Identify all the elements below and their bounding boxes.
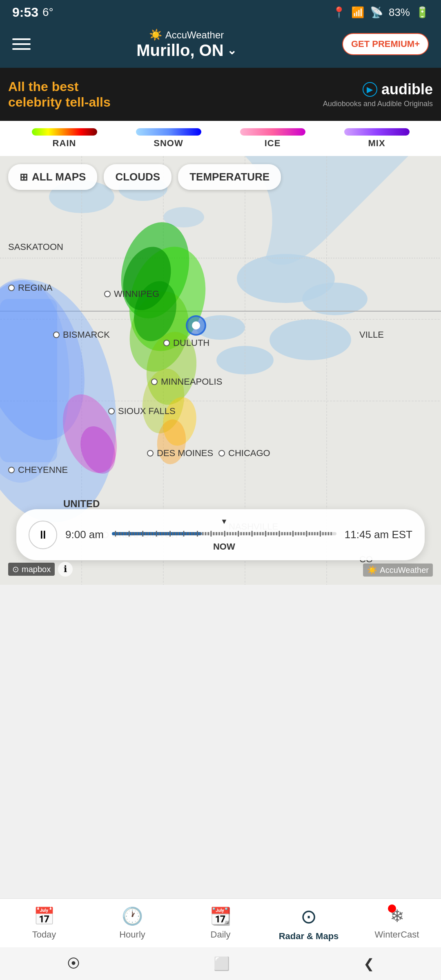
bottom-nav: 📅 Today 🕐 Hourly 📆 Daily ⊙ Radar & Maps … bbox=[0, 898, 441, 947]
city-dot bbox=[8, 285, 15, 291]
time-start: 9:00 am bbox=[65, 528, 104, 541]
timeline-marker: ▼ bbox=[220, 517, 228, 526]
app-name: AccuWeather bbox=[165, 29, 224, 41]
status-temperature: 6° bbox=[42, 6, 53, 19]
city-dot bbox=[8, 467, 15, 473]
legend-ice: ICE bbox=[240, 128, 305, 149]
ice-gradient bbox=[240, 128, 305, 136]
city-minneapolis: MINNEAPOLIS bbox=[151, 376, 222, 387]
city-regina: REGINA bbox=[8, 283, 52, 293]
ad-banner: All the best celebrity tell-alls ▶ audib… bbox=[0, 68, 441, 121]
svg-point-3 bbox=[302, 283, 368, 315]
nav-radar-label: Radar & Maps bbox=[279, 931, 339, 942]
legend-mix: MIX bbox=[344, 128, 410, 149]
all-maps-button[interactable]: ⊞ ALL MAPS bbox=[8, 164, 97, 190]
city-dot bbox=[151, 379, 158, 385]
location-selector[interactable]: Murillo, ON ⌄ bbox=[136, 41, 236, 60]
current-location-pin bbox=[186, 315, 206, 336]
nav-daily-label: Daily bbox=[211, 929, 231, 940]
nav-wintercast-label: WinterCast bbox=[375, 929, 419, 940]
rain-label: RAIN bbox=[53, 138, 76, 149]
location-text: Murillo, ON bbox=[136, 41, 223, 60]
all-maps-label: ALL MAPS bbox=[32, 171, 86, 183]
city-cheyenne: CHEYENNE bbox=[8, 465, 68, 475]
svg-point-4 bbox=[270, 319, 351, 360]
play-circle-icon: ⊙ bbox=[12, 564, 19, 574]
mapbox-logo: ⊙ mapbox bbox=[8, 563, 55, 576]
city-winnipeg: WINNIPEG bbox=[104, 289, 159, 299]
hamburger-menu[interactable] bbox=[12, 38, 31, 50]
timeline[interactable]: ▼ NOW bbox=[112, 517, 336, 552]
ticks-svg bbox=[113, 528, 336, 540]
home-button[interactable]: ⬜ bbox=[214, 956, 230, 971]
city-bismarck: BISMARCK bbox=[53, 330, 110, 340]
city-dot bbox=[104, 291, 111, 297]
info-icon[interactable]: ℹ bbox=[58, 562, 73, 577]
mix-gradient bbox=[344, 128, 410, 136]
ad-content: All the best celebrity tell-alls bbox=[8, 79, 315, 110]
audible-sub: Audiobooks and Audible Originals bbox=[323, 100, 433, 108]
city-des-moines: DES MOINES bbox=[147, 448, 213, 459]
city-dot bbox=[163, 340, 170, 346]
today-icon: 📅 bbox=[33, 906, 55, 926]
nav-daily[interactable]: 📆 Daily bbox=[176, 906, 265, 940]
city-dot bbox=[108, 408, 115, 414]
ice-label: ICE bbox=[265, 138, 281, 149]
chevron-down-icon: ⌄ bbox=[227, 44, 236, 57]
city-sioux-falls: SIOUX FALLS bbox=[108, 406, 176, 416]
playback-control: ⏸ 9:00 am ▼ NOW 11:45 am EST bbox=[16, 509, 425, 560]
play-icon: ▶ bbox=[363, 82, 377, 97]
clouds-label: CLOUDS bbox=[115, 171, 160, 183]
hourly-icon: 🕐 bbox=[122, 906, 143, 926]
temperature-label: TEMPERATURE bbox=[189, 171, 270, 183]
nav-today[interactable]: 📅 Today bbox=[0, 906, 88, 940]
time-end: 11:45 am EST bbox=[345, 528, 412, 541]
accu-sun-icon: ☀️ bbox=[367, 565, 377, 575]
back-button[interactable]: ❮ bbox=[363, 956, 374, 971]
battery-level: 83% bbox=[389, 6, 410, 19]
app-header: ☀️ AccuWeather Murillo, ON ⌄ GET PREMIUM… bbox=[0, 24, 441, 68]
map-area[interactable]: ⊞ ALL MAPS CLOUDS TEMPERATURE SASKATOON … bbox=[0, 156, 441, 585]
mix-label: MIX bbox=[368, 138, 385, 149]
nav-hourly[interactable]: 🕐 Hourly bbox=[88, 906, 176, 940]
city-chicago: CHICAGO bbox=[218, 448, 270, 459]
system-nav-bar: ⦿ ⬜ ❮ bbox=[0, 947, 441, 980]
ad-text-1: All the best celebrity tell-alls bbox=[8, 79, 315, 110]
legend-snow: SNOW bbox=[136, 128, 201, 149]
notification-dot bbox=[388, 904, 396, 913]
rain-gradient bbox=[32, 128, 97, 136]
recent-apps-button[interactable]: ⦿ bbox=[67, 956, 80, 971]
premium-button[interactable]: GET PREMIUM+ bbox=[342, 33, 429, 55]
location-pin-inner bbox=[192, 321, 200, 330]
status-icons: 📍 📶 📡 83% 🔋 bbox=[332, 6, 429, 19]
city-dot bbox=[147, 450, 154, 457]
nav-today-label: Today bbox=[32, 929, 56, 940]
map-controls: ⊞ ALL MAPS CLOUDS TEMPERATURE bbox=[8, 164, 281, 190]
timeline-track[interactable] bbox=[112, 528, 336, 540]
nav-wintercast[interactable]: ❄ WinterCast bbox=[353, 906, 441, 940]
temperature-button[interactable]: TEMPERATURE bbox=[178, 164, 281, 190]
wifi-icon: 📶 bbox=[351, 6, 364, 19]
city-saskatoon: SASKATOON bbox=[8, 242, 63, 252]
tick-marks bbox=[112, 528, 336, 540]
city-united: UNITED bbox=[63, 498, 100, 510]
legend-bar: RAIN SNOW ICE MIX bbox=[0, 121, 441, 156]
legend-rain: RAIN bbox=[32, 128, 97, 149]
location-icon: 📍 bbox=[332, 6, 345, 19]
ad-brand: ▶ audible Audiobooks and Audible Origina… bbox=[323, 81, 433, 108]
header-center: ☀️ AccuWeather Murillo, ON ⌄ bbox=[136, 29, 236, 60]
city-dot bbox=[218, 450, 225, 457]
accuweather-attribution: ☀️ AccuWeather bbox=[363, 564, 433, 577]
city-duluth: DULUTH bbox=[163, 338, 209, 348]
city-ville: VILLE bbox=[359, 330, 384, 340]
daily-icon: 📆 bbox=[210, 906, 231, 926]
audible-brand: audible bbox=[381, 81, 433, 98]
battery-icon: 🔋 bbox=[416, 6, 429, 19]
accuweather-logo: ☀️ AccuWeather bbox=[136, 29, 236, 41]
signal-icon: 📡 bbox=[370, 6, 383, 19]
clouds-button[interactable]: CLOUDS bbox=[104, 164, 172, 190]
nav-radar[interactable]: ⊙ Radar & Maps bbox=[265, 905, 353, 942]
status-time: 9:53 bbox=[12, 5, 38, 20]
pause-button[interactable]: ⏸ bbox=[29, 521, 57, 549]
radar-icon: ⊙ bbox=[301, 905, 317, 928]
